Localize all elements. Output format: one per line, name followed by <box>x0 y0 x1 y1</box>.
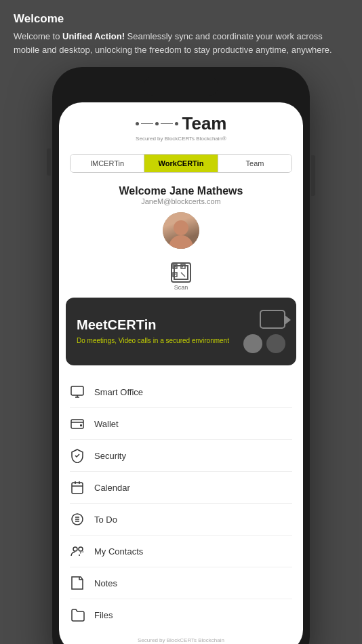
meet-card-subtitle: Do meetings, Video calls in a secured en… <box>77 336 235 346</box>
notes-label: Notes <box>94 578 117 588</box>
welcome-banner: Welcome Welcome to Unified Action! Seaml… <box>0 0 362 67</box>
banner-bold: Unified Action! <box>62 31 125 41</box>
svg-rect-11 <box>80 424 82 426</box>
menu-item-security[interactable]: Security <box>70 440 292 472</box>
contacts-icon <box>70 544 85 559</box>
phone-screen: Team Secured by BlockCERTs Blockchain® I… <box>59 102 303 644</box>
security-label: Security <box>94 451 126 461</box>
svg-rect-3 <box>175 266 176 268</box>
svg-rect-5 <box>175 274 176 275</box>
meet-card-info: MeetCERTin Do meetings, Video calls in a… <box>77 317 235 346</box>
svg-rect-10 <box>71 420 83 428</box>
logo-dot-3 <box>175 122 178 125</box>
video-call-icon <box>260 310 285 329</box>
shield-icon <box>70 448 85 463</box>
menu-item-files[interactable]: Files <box>70 599 292 630</box>
screen-header: Team Secured by BlockCERTs Blockchain® <box>59 102 303 154</box>
main-menu: Smart Office Wallet <box>59 376 303 630</box>
logo-dot-2 <box>155 122 159 125</box>
scan-svg <box>172 264 186 277</box>
svg-line-6 <box>181 273 185 277</box>
phone-notch <box>144 77 218 96</box>
power-button <box>311 155 315 196</box>
logo-dot-1 <box>136 122 139 125</box>
svg-rect-0 <box>173 264 177 268</box>
svg-rect-1 <box>181 264 185 268</box>
svg-rect-7 <box>71 386 83 395</box>
meet-card-title: MeetCERTin <box>77 317 235 333</box>
user-avatar <box>163 212 199 249</box>
meet-card-actions <box>243 310 285 353</box>
logo-secured-text: Secured by BlockCERTs Blockchain® <box>70 136 292 142</box>
tab-team[interactable]: Team <box>218 155 291 172</box>
todo-label: To Do <box>94 515 117 525</box>
svg-point-20 <box>73 547 77 551</box>
calendar-label: Calendar <box>94 483 130 493</box>
wallet-label: Wallet <box>94 419 119 429</box>
list-icon <box>70 512 85 527</box>
logo-area: Team <box>70 113 292 134</box>
files-icon <box>70 607 85 622</box>
menu-item-notes[interactable]: Notes <box>70 567 292 599</box>
notes-icon <box>70 576 85 590</box>
smart-office-label: Smart Office <box>94 387 143 397</box>
svg-rect-2 <box>173 273 177 277</box>
banner-title: Welcome <box>14 12 348 26</box>
tab-imcertin[interactable]: IMCERTin <box>71 155 144 172</box>
volume-button <box>47 148 51 176</box>
welcome-name: Welcome Jane Mathews <box>70 185 292 197</box>
tab-workcertin[interactable]: WorkCERTin <box>144 155 218 172</box>
calendar-icon <box>70 480 85 495</box>
files-label: Files <box>94 610 113 620</box>
avatar-image <box>163 212 199 249</box>
welcome-section: Welcome Jane Mathews JaneM@blockcerts.co… <box>59 182 303 262</box>
menu-item-wallet[interactable]: Wallet <box>70 408 292 440</box>
scan-label: Scan <box>59 284 303 291</box>
menu-item-smart-office[interactable]: Smart Office <box>70 376 292 408</box>
logo-line <box>141 123 153 125</box>
footer-text: Secured by BlockCERTs Blockchain <box>138 637 224 643</box>
menu-item-calendar[interactable]: Calendar <box>70 472 292 504</box>
welcome-email: JaneM@blockcerts.com <box>70 197 292 205</box>
wallet-icon <box>70 416 85 431</box>
monitor-icon <box>70 384 85 399</box>
tab-bar: IMCERTin WorkCERTin Team <box>70 154 292 173</box>
contacts-label: My Contacts <box>94 546 143 557</box>
logo-decoration <box>136 122 178 125</box>
menu-item-todo[interactable]: To Do <box>70 504 292 536</box>
svg-point-21 <box>79 547 83 551</box>
menu-item-contacts[interactable]: My Contacts <box>70 536 292 567</box>
svg-rect-4 <box>182 266 184 268</box>
meet-certin-card[interactable]: MeetCERTin Do meetings, Video calls in a… <box>66 298 296 365</box>
participant-1 <box>243 334 262 353</box>
participant-avatars <box>243 334 285 353</box>
phone-frame: Team Secured by BlockCERTs Blockchain® I… <box>52 67 310 644</box>
screen-footer: Secured by BlockCERTs Blockchain <box>59 630 303 644</box>
app-logo-title: Team <box>182 113 227 134</box>
banner-description: Welcome to Unified Action! Seamlessly sy… <box>14 30 348 56</box>
logo-line-2 <box>161 123 173 125</box>
scan-area[interactable]: Scan <box>59 262 303 291</box>
svg-rect-12 <box>72 483 83 494</box>
scan-icon <box>171 262 191 283</box>
participant-2 <box>266 334 285 353</box>
